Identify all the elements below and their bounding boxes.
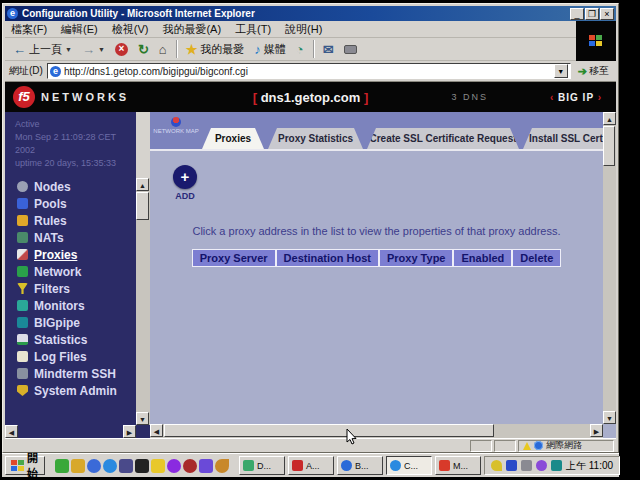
browser-window: e Configuration Utility - Microsoft Inte… bbox=[2, 3, 619, 453]
forward-dropdown-icon[interactable]: ▼ bbox=[98, 46, 105, 53]
print-button[interactable] bbox=[340, 39, 361, 59]
taskbar-clock[interactable]: 上午 11:00 bbox=[566, 459, 613, 473]
tray-icon[interactable] bbox=[551, 460, 562, 471]
quicklaunch-ie-icon[interactable] bbox=[103, 459, 117, 473]
refresh-icon: ↻ bbox=[138, 43, 149, 56]
network-icon bbox=[17, 266, 28, 277]
tab-install-ssl-certificate[interactable]: Install SSL Certif bbox=[523, 128, 615, 149]
task-button[interactable]: B... bbox=[337, 456, 383, 475]
sidebar-item-rules[interactable]: Rules bbox=[5, 212, 136, 229]
forward-button[interactable]: → ▼ bbox=[78, 39, 109, 59]
menu-favorites[interactable]: 我的最愛(A) bbox=[162, 22, 221, 37]
tray-icon[interactable] bbox=[506, 460, 517, 471]
quicklaunch-icon[interactable] bbox=[55, 459, 69, 473]
quicklaunch-icon[interactable] bbox=[199, 459, 213, 473]
host-right-bracket: ] bbox=[364, 90, 368, 105]
quicklaunch-icon[interactable] bbox=[183, 459, 197, 473]
media-button[interactable]: ♪ 媒體 bbox=[250, 39, 290, 59]
scroll-up-icon[interactable]: ▲ bbox=[603, 112, 616, 125]
main-area: Active Mon Sep 2 11:09:28 CET 2002 uptim… bbox=[5, 112, 616, 438]
back-dropdown-icon[interactable]: ▼ bbox=[65, 46, 72, 53]
sidebar-vertical-scrollbar[interactable]: ▲ ▼ bbox=[136, 178, 150, 425]
sidebar-item-bigpipe[interactable]: BIGpipe bbox=[5, 314, 136, 331]
sidebar-item-monitors[interactable]: Monitors bbox=[5, 297, 136, 314]
tab-proxies[interactable]: Proxies bbox=[202, 128, 264, 149]
scroll-down-icon[interactable]: ▼ bbox=[603, 411, 616, 424]
quick-launch bbox=[55, 459, 229, 473]
stop-button[interactable]: × bbox=[111, 39, 132, 59]
add-proxy-button[interactable]: + ADD bbox=[170, 165, 200, 201]
go-button[interactable]: ➔ 移至 bbox=[575, 64, 612, 78]
menu-edit[interactable]: 編輯(E) bbox=[61, 22, 98, 37]
tab-proxy-statistics[interactable]: Proxy Statistics bbox=[268, 128, 363, 149]
sidebar-item-filters[interactable]: Filters bbox=[5, 280, 136, 297]
tray-icon[interactable] bbox=[536, 460, 547, 471]
mail-button[interactable]: ✉ bbox=[319, 39, 338, 59]
column-delete: Delete bbox=[512, 249, 561, 267]
back-button[interactable]: ← 上一頁 ▼ bbox=[9, 39, 76, 59]
logfiles-icon bbox=[17, 351, 28, 362]
sidebar-item-network[interactable]: Network bbox=[5, 263, 136, 280]
menu-tools[interactable]: 工具(T) bbox=[235, 22, 271, 37]
address-input[interactable]: e http://dns1.getop.com/bigipgui/bigconf… bbox=[47, 63, 571, 79]
menu-view[interactable]: 檢視(V) bbox=[112, 22, 149, 37]
content-vertical-scrollbar[interactable]: ▲ ▼ bbox=[603, 112, 616, 424]
sidebar-item-log-files[interactable]: Log Files bbox=[5, 348, 136, 365]
quicklaunch-icon[interactable] bbox=[71, 459, 85, 473]
address-dropdown-icon[interactable]: ▼ bbox=[554, 64, 568, 78]
volume-icon[interactable] bbox=[491, 460, 502, 471]
mouse-cursor bbox=[346, 428, 358, 446]
scrollbar-thumb[interactable] bbox=[164, 424, 494, 437]
favorites-label: 我的最愛 bbox=[200, 42, 244, 57]
sidebar-item-mindterm-ssh[interactable]: Mindterm SSH bbox=[5, 365, 136, 382]
scroll-left-icon[interactable]: ◀ bbox=[150, 424, 163, 437]
home-button[interactable]: ⌂ bbox=[155, 39, 171, 59]
refresh-button[interactable]: ↻ bbox=[134, 39, 153, 59]
sidebar-item-system-admin[interactable]: System Admin bbox=[5, 382, 136, 399]
screen: e Configuration Utility - Microsoft Inte… bbox=[0, 0, 640, 480]
quicklaunch-icon[interactable] bbox=[135, 459, 149, 473]
address-bar: 網址(D) e http://dns1.getop.com/bigipgui/b… bbox=[5, 61, 616, 82]
sidebar-item-proxies[interactable]: Proxies bbox=[5, 246, 136, 263]
url-text[interactable]: http://dns1.getop.com/bigipgui/bigconf.c… bbox=[64, 66, 551, 77]
tab-create-ssl-certificate-request[interactable]: Create SSL Certificate Request bbox=[367, 128, 519, 149]
add-icon[interactable]: + bbox=[173, 165, 197, 189]
home-icon: ⌂ bbox=[159, 43, 167, 56]
sidebar-item-nodes[interactable]: Nodes bbox=[5, 178, 136, 195]
quicklaunch-icon[interactable] bbox=[87, 459, 101, 473]
scrollbar-thumb[interactable] bbox=[136, 192, 149, 220]
quicklaunch-icon[interactable] bbox=[151, 459, 165, 473]
address-label: 網址(D) bbox=[9, 64, 43, 78]
maximize-button[interactable]: ❐ bbox=[585, 8, 599, 20]
scrollbar-thumb[interactable] bbox=[603, 126, 615, 166]
system-tray: 上午 11:00 bbox=[484, 456, 620, 475]
scroll-right-icon[interactable]: ▶ bbox=[590, 424, 603, 437]
network-map-button[interactable]: NETWORK MAP bbox=[153, 115, 199, 146]
sidebar-horizontal-scrollbar[interactable]: ◀ ▶ bbox=[5, 425, 150, 438]
favorites-button[interactable]: ★ 我的最愛 bbox=[182, 39, 249, 59]
close-button[interactable]: × bbox=[600, 8, 614, 20]
quicklaunch-icon[interactable] bbox=[215, 459, 229, 473]
content-horizontal-scrollbar[interactable]: ◀ ▶ bbox=[150, 424, 603, 438]
menu-file[interactable]: 檔案(F) bbox=[11, 22, 47, 37]
scroll-up-icon[interactable]: ▲ bbox=[136, 178, 149, 191]
task-button[interactable]: D... bbox=[239, 456, 285, 475]
scroll-left-icon[interactable]: ◀ bbox=[5, 425, 18, 438]
sidebar-item-pools[interactable]: Pools bbox=[5, 195, 136, 212]
quicklaunch-icon[interactable] bbox=[119, 459, 133, 473]
task-button[interactable]: M... bbox=[435, 456, 481, 475]
task-button[interactable]: A... bbox=[288, 456, 334, 475]
quicklaunch-icon[interactable] bbox=[167, 459, 181, 473]
task-button-active[interactable]: C... bbox=[386, 456, 432, 475]
scroll-right-icon[interactable]: ▶ bbox=[123, 425, 136, 438]
sidebar-item-statistics[interactable]: Statistics bbox=[5, 331, 136, 348]
menu-help[interactable]: 說明(H) bbox=[285, 22, 322, 37]
sidebar-item-nats[interactable]: NATs bbox=[5, 229, 136, 246]
start-button[interactable]: 開始 bbox=[5, 456, 45, 475]
history-button[interactable]: ◔ bbox=[292, 39, 308, 59]
display-icon[interactable] bbox=[521, 460, 532, 471]
back-icon: ← bbox=[13, 43, 26, 56]
title-bar[interactable]: e Configuration Utility - Microsoft Inte… bbox=[5, 6, 616, 21]
minimize-button[interactable]: _ bbox=[570, 8, 584, 20]
scroll-down-icon[interactable]: ▼ bbox=[136, 412, 149, 425]
